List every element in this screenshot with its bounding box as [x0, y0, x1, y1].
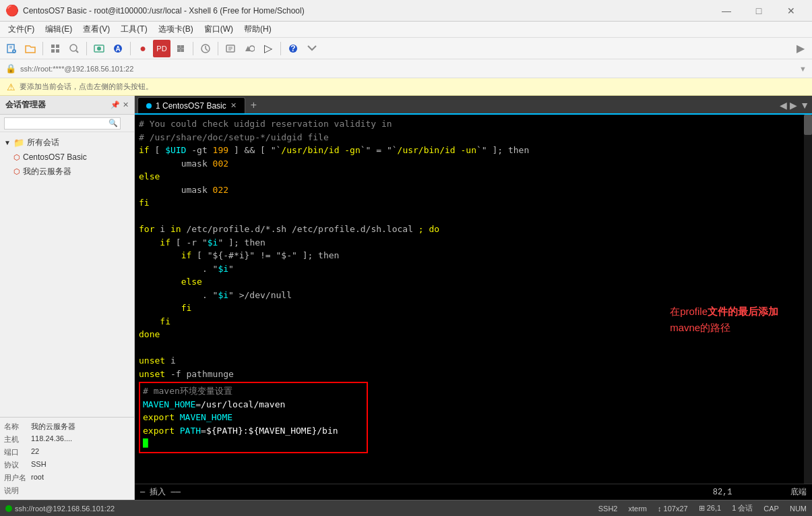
sessions-count: 1 会话	[732, 503, 753, 513]
prop-host-value: 118.24.36....	[31, 434, 130, 445]
menu-tools[interactable]: 工具(T)	[115, 22, 152, 36]
toolbar-btn4[interactable]	[65, 40, 83, 57]
toolbar-btn8[interactable]: PD	[153, 40, 170, 57]
prop-username-value: root	[31, 473, 130, 483]
terminal-status-line: ─ 插入 ── 82,1 底端	[135, 484, 812, 500]
toolbar-btn10[interactable]	[197, 40, 214, 57]
svg-point-10	[70, 45, 77, 51]
prop-protocol: 协议 SSH	[0, 459, 134, 471]
prop-port: 端口 22	[0, 446, 134, 459]
svg-point-13	[97, 47, 101, 51]
status-bar: ssh://root@192.168.56.101:22 SSH2 xterm …	[0, 500, 812, 516]
terminal[interactable]: # You could check uidgid reservation val…	[135, 115, 812, 484]
toolbar-btn6[interactable]: A	[109, 40, 127, 57]
tab-label: 1 CentosOS7 Basic	[156, 101, 226, 111]
terminal-size: ↕ 107x27	[658, 505, 688, 513]
toolbar-btn13[interactable]: ▷	[259, 40, 277, 57]
address-bar: 🔒 ssh://root:****@192.168.56.101:22 ▼	[0, 59, 812, 78]
prop-port-value: 22	[31, 447, 130, 457]
prop-note: 说明	[0, 484, 134, 497]
toolbar-open-btn[interactable]	[22, 40, 39, 57]
tab-nav-right[interactable]: ▶	[790, 100, 797, 111]
toolbar-collapse-btn[interactable]: ▶	[792, 40, 809, 57]
tip-bar: ⚠ 要添加当前会话，点击左侧的箭头按钮。	[0, 78, 812, 96]
svg-rect-8	[51, 49, 55, 53]
close-button[interactable]: ✕	[776, 0, 807, 22]
sidebar-close-btn[interactable]: ✕	[123, 101, 129, 109]
tab-menu-btn[interactable]: ▼	[800, 100, 809, 111]
toolbar-new-btn[interactable]	[3, 40, 20, 57]
session-label-2: 我的云服务器	[23, 166, 71, 177]
address-expand-icon[interactable]: ▼	[799, 65, 807, 73]
terminal-outer: 1 CentosOS7 Basic ✕ + ◀ ▶ ▼ # You could …	[135, 96, 812, 500]
toolbar-sep2	[86, 42, 87, 55]
window-title: CentosOS7 Basic - root@it100000:/usr/loc…	[23, 6, 711, 16]
toolbar-sep5	[218, 42, 218, 55]
toolbar-btn15[interactable]	[303, 40, 321, 57]
terminal-scrollbar[interactable]	[804, 115, 812, 484]
tab-add-btn[interactable]: +	[247, 97, 261, 113]
prop-protocol-label: 协议	[4, 460, 31, 470]
sidebar-title: 会话管理器	[5, 99, 46, 111]
menu-tabs[interactable]: 选项卡(B)	[153, 22, 199, 36]
prop-note-value	[31, 486, 130, 496]
prop-username-label: 用户名	[4, 473, 31, 483]
prop-protocol-value: SSH	[31, 460, 130, 470]
search-input[interactable]	[4, 117, 121, 130]
num-lock: NUM	[790, 505, 807, 513]
connection-info: ssh://root@192.168.56.101:22	[15, 505, 115, 513]
prop-name-label: 名称	[4, 422, 31, 432]
menu-help[interactable]: 帮助(H)	[239, 22, 277, 36]
main-content: 会话管理器 📌 ✕ 🔍 ▼ 📁 所有会话 ⬡ CentosOS7 Basic ⬡…	[0, 96, 812, 500]
toolbar-btn14[interactable]: ?	[284, 40, 302, 57]
toolbar-btn5[interactable]	[90, 40, 108, 57]
terminal-content: # You could check uidgid reservation val…	[139, 117, 808, 380]
toolbar-btn3[interactable]	[46, 40, 64, 57]
prop-name-value: 我的云服务器	[31, 422, 130, 432]
tab-close-btn[interactable]: ✕	[230, 101, 237, 110]
menu-window[interactable]: 窗口(W)	[199, 22, 239, 36]
status-right: SSH2 xterm ↕ 107x27 ⊞ 26,1 1 会话 CAP NUM	[598, 503, 807, 513]
ssh-protocol: SSH2	[598, 505, 618, 513]
tip-text: 要添加当前会话，点击左侧的箭头按钮。	[20, 82, 153, 92]
svg-rect-6	[51, 45, 55, 48]
tab-dot	[146, 103, 152, 109]
search-icon: 🔍	[108, 119, 118, 127]
cursor-indicator: █	[143, 438, 148, 449]
sidebar-tree: ▼ 📁 所有会话 ⬡ CentosOS7 Basic ⬡ 我的云服务器	[0, 132, 134, 417]
sidebar-pin-btn[interactable]: 📌	[111, 101, 120, 109]
toolbar-btn12[interactable]	[241, 40, 258, 57]
sidebar-item-cloud[interactable]: ⬡ 我的云服务器	[0, 164, 134, 179]
menu-view[interactable]: 查看(V)	[77, 22, 115, 36]
svg-line-18	[206, 49, 208, 51]
svg-text:?: ?	[290, 44, 295, 53]
scrollbar-thumb	[804, 115, 812, 135]
toolbar-btn9[interactable]	[172, 40, 189, 57]
toolbar-sep4	[193, 42, 193, 55]
toolbar-sep3	[130, 42, 131, 55]
maximize-button[interactable]: □	[743, 0, 774, 22]
toolbar-sep6	[280, 42, 281, 55]
session-icon-2: ⬡	[13, 167, 20, 176]
tip-icon: ⚠	[7, 82, 15, 92]
menu-bar: 文件(F) 编辑(E) 查看(V) 工具(T) 选项卡(B) 窗口(W) 帮助(…	[0, 22, 812, 38]
address-text: ssh://root:****@192.168.56.101:22	[20, 65, 795, 73]
menu-file[interactable]: 文件(F)	[3, 22, 40, 36]
sidebar: 会话管理器 📌 ✕ 🔍 ▼ 📁 所有会话 ⬡ CentosOS7 Basic ⬡…	[0, 96, 135, 500]
prop-note-label: 说明	[4, 486, 31, 496]
sidebar-item-centos[interactable]: ⬡ CentosOS7 Basic	[0, 150, 134, 164]
sidebar-search: 🔍	[0, 115, 134, 132]
prop-name: 名称 我的云服务器	[0, 420, 134, 433]
toolbar-btn7[interactable]: ●	[134, 40, 152, 57]
sidebar-header: 会话管理器 📌 ✕	[0, 96, 134, 115]
menu-edit[interactable]: 编辑(E)	[40, 22, 77, 36]
tree-group-all[interactable]: ▼ 📁 所有会话	[0, 135, 134, 150]
title-bar: 🔴 CentosOS7 Basic - root@it100000:/usr/l…	[0, 0, 812, 22]
toolbar-btn11[interactable]	[222, 40, 239, 57]
minimize-button[interactable]: —	[711, 0, 742, 22]
caps-lock: CAP	[763, 505, 779, 513]
toolbar: A ● PD ▷ ? ▶	[0, 38, 812, 59]
tab-nav-left[interactable]: ◀	[780, 100, 787, 111]
terminal-type: xterm	[629, 505, 648, 513]
tab-centos[interactable]: 1 CentosOS7 Basic ✕	[137, 97, 245, 113]
